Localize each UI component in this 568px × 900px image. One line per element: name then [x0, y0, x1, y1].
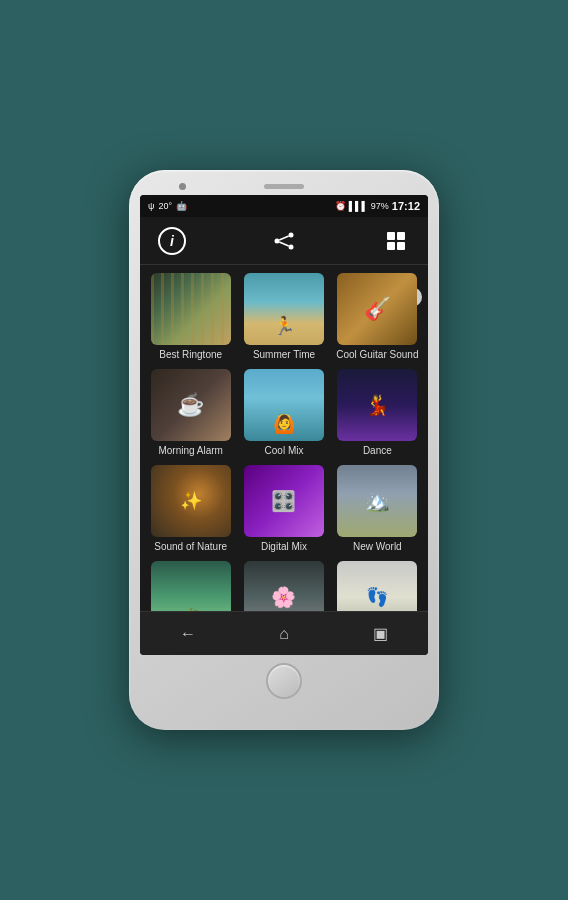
content-grid: Best Ringtone Summer Time Cool Guitar So…: [140, 265, 428, 611]
thumbnail-dance: [337, 369, 417, 441]
status-left: ψ 20° 🤖: [148, 201, 187, 211]
list-item[interactable]: New World: [335, 465, 420, 553]
svg-point-1: [275, 238, 280, 243]
item-label-new-world: New World: [353, 541, 402, 553]
home-icon: ⌂: [279, 625, 289, 643]
info-button[interactable]: i: [156, 225, 188, 257]
thumbnail-best-ringtone: [151, 273, 231, 345]
list-item[interactable]: [241, 561, 326, 611]
grid-icon: [387, 232, 405, 250]
share-button[interactable]: [268, 225, 300, 257]
list-item[interactable]: Sound of Nature: [148, 465, 233, 553]
grid-row-4: [148, 561, 420, 611]
thumbnail-morning-alarm: [151, 369, 231, 441]
item-label-sound-nature: Sound of Nature: [154, 541, 227, 553]
item-label-cool-mix: Cool Mix: [265, 445, 304, 457]
temp-display: 20°: [158, 201, 172, 211]
thumbnail-new-world: [337, 465, 417, 537]
thumbnail-sound-nature: [151, 465, 231, 537]
share-icon: [273, 232, 295, 250]
time-display: 17:12: [392, 200, 420, 212]
list-item[interactable]: Morning Alarm: [148, 369, 233, 457]
thumbnail-cool-guitar: [337, 273, 417, 345]
thumbnail-digital-mix: [244, 465, 324, 537]
thumbnail-row4-1: [151, 561, 231, 611]
network-icon: ▌▌▌: [349, 201, 368, 211]
thumbnail-row4-2: [244, 561, 324, 611]
signal-icon: ψ: [148, 201, 154, 211]
list-item[interactable]: Cool Mix: [241, 369, 326, 457]
info-icon: i: [158, 227, 186, 255]
phone-frame: ψ 20° 🤖 ⏰ ▌▌▌ 97% 17:12 i: [129, 170, 439, 730]
app-header: i: [140, 217, 428, 265]
recents-button[interactable]: ▣: [360, 614, 400, 654]
grid-row-2: Morning Alarm Cool Mix Dance: [148, 369, 420, 457]
status-right: ⏰ ▌▌▌ 97% 17:12: [335, 200, 420, 212]
status-bar: ψ 20° 🤖 ⏰ ▌▌▌ 97% 17:12: [140, 195, 428, 217]
thumbnail-row4-3: [337, 561, 417, 611]
recents-icon: ▣: [373, 624, 388, 643]
phone-screen: ψ 20° 🤖 ⏰ ▌▌▌ 97% 17:12 i: [140, 195, 428, 655]
bottom-navigation: ← ⌂ ▣: [140, 611, 428, 655]
list-item[interactable]: Summer Time: [241, 273, 326, 361]
item-label-digital-mix: Digital Mix: [261, 541, 307, 553]
item-label-morning-alarm: Morning Alarm: [158, 445, 222, 457]
list-item[interactable]: Cool Guitar Sound: [335, 273, 420, 361]
list-item[interactable]: [335, 561, 420, 611]
phone-top: [139, 184, 429, 189]
grid-row-1: Best Ringtone Summer Time Cool Guitar So…: [148, 273, 420, 361]
phone-speaker: [264, 184, 304, 189]
back-icon: ←: [180, 625, 196, 643]
thumbnail-summer-time: [244, 273, 324, 345]
phone-camera: [179, 183, 186, 190]
list-item[interactable]: Dance: [335, 369, 420, 457]
grid-view-button[interactable]: [380, 225, 412, 257]
hardware-home-button[interactable]: [266, 663, 302, 699]
list-item[interactable]: Digital Mix: [241, 465, 326, 553]
svg-point-0: [289, 232, 294, 237]
phone-bottom: [266, 663, 302, 699]
back-button[interactable]: ←: [168, 614, 208, 654]
item-label-summer-time: Summer Time: [253, 349, 315, 361]
alarm-icon: ⏰: [335, 201, 346, 211]
android-icon: 🤖: [176, 201, 187, 211]
thumbnail-cool-mix: [244, 369, 324, 441]
home-button[interactable]: ⌂: [264, 614, 304, 654]
svg-point-2: [289, 244, 294, 249]
item-label-cool-guitar: Cool Guitar Sound: [336, 349, 418, 361]
list-item[interactable]: [148, 561, 233, 611]
svg-line-4: [279, 242, 288, 246]
grid-row-3: Sound of Nature Digital Mix New World: [148, 465, 420, 553]
item-label-best-ringtone: Best Ringtone: [159, 349, 222, 361]
item-label-dance: Dance: [363, 445, 392, 457]
svg-line-3: [279, 236, 288, 240]
battery-text: 97%: [371, 201, 389, 211]
list-item[interactable]: Best Ringtone: [148, 273, 233, 361]
